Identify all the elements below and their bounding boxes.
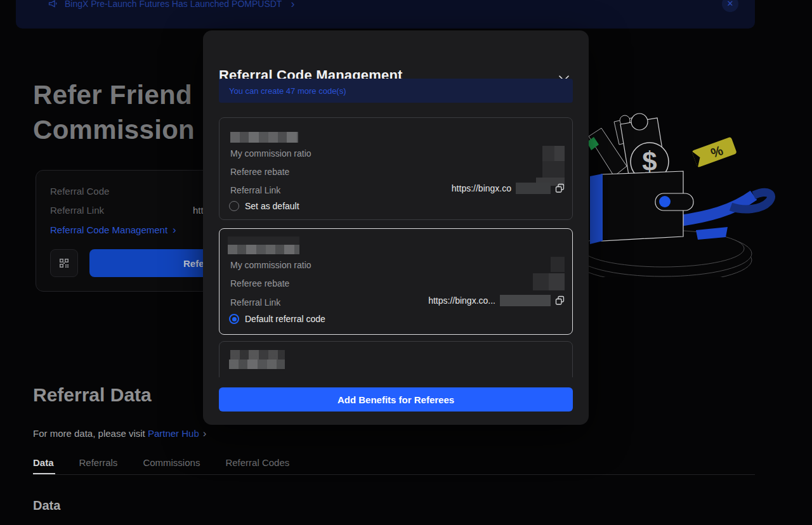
hero-line-2: Commission xyxy=(33,112,195,147)
referral-link-value: https://bingx.co... xyxy=(428,295,495,306)
tab-commissions[interactable]: Commissions xyxy=(143,457,200,479)
referral-link-value: htt xyxy=(193,205,204,216)
referral-code-card-3 xyxy=(219,341,573,377)
hero-line-1: Refer Friend xyxy=(33,77,195,112)
referral-data-subtitle: For more data, please visit Partner Hub› xyxy=(33,427,206,440)
wallet-side-blue xyxy=(590,174,603,244)
banner-close-icon[interactable]: ✕ xyxy=(722,0,738,12)
masked-referral-code xyxy=(229,360,285,369)
data-section-title: Data xyxy=(33,498,60,513)
referral-link-label: Referral Link xyxy=(230,297,280,308)
page: BingX Pre-Launch Futures Has Launched PO… xyxy=(0,0,812,525)
referral-link-label: Referral Link xyxy=(50,205,104,216)
tab-referral-codes[interactable]: Referral Codes xyxy=(225,457,289,479)
wallet-button xyxy=(659,196,671,207)
masked-commission-value xyxy=(542,146,565,161)
referral-link-label: Referral Link xyxy=(230,185,280,195)
referral-code-management-link[interactable]: Referral Code Management› xyxy=(50,224,176,237)
rewards-illustration: $ % xyxy=(574,103,783,277)
commission-ratio-label: My commission ratio xyxy=(230,148,311,159)
radio-unselected-icon[interactable] xyxy=(229,201,239,211)
masked-referral-code xyxy=(230,132,298,143)
masked-link-tail xyxy=(516,183,551,194)
masked-referral-code xyxy=(228,237,299,245)
referral-code-card-2: My commission ratio Referee rebate Refer… xyxy=(219,228,573,335)
chevron-right-icon: › xyxy=(203,427,207,439)
hero-heading: Refer Friend Commission xyxy=(33,77,195,147)
copy-icon[interactable] xyxy=(555,183,565,193)
announcement-banner: BingX Pre-Launch Futures Has Launched PO… xyxy=(16,0,755,29)
masked-rebate-value xyxy=(542,161,565,178)
referral-code-label: Referral Code xyxy=(50,186,109,197)
qr-code-button[interactable] xyxy=(50,249,78,277)
code-cards-scroll-area[interactable]: My commission ratio Referee rebate Refer… xyxy=(219,117,573,377)
referral-code-management-modal: Referral Code Management You can create … xyxy=(203,30,589,425)
referral-data-title: Referral Data xyxy=(33,384,152,406)
banner-arrow-icon[interactable]: › xyxy=(291,0,294,8)
masked-referral-code xyxy=(230,350,285,360)
referral-code-card-1: My commission ratio Referee rebate Refer… xyxy=(219,117,573,220)
partner-hub-link[interactable]: Partner Hub xyxy=(148,428,199,439)
dollar-sign: $ xyxy=(642,146,657,176)
qr-code-icon xyxy=(58,257,70,269)
referral-link-value: https://bingx.co xyxy=(452,183,511,193)
set-default-radio[interactable]: Set as default xyxy=(229,201,299,211)
masked-rebate-value xyxy=(533,273,565,290)
referral-data-tabs: Data Referrals Commissions Referral Code… xyxy=(33,457,289,479)
referee-rebate-label: Referee rebate xyxy=(230,167,289,177)
commission-ratio-label: My commission ratio xyxy=(230,260,311,270)
masked-link-tail xyxy=(500,295,551,306)
tabs-divider xyxy=(33,474,755,475)
referee-rebate-label: Referee rebate xyxy=(230,278,289,288)
copy-icon[interactable] xyxy=(555,295,565,306)
chevron-right-icon: › xyxy=(173,224,176,236)
megaphone-icon xyxy=(48,0,58,9)
radio-selected-icon[interactable] xyxy=(229,314,239,324)
tab-data[interactable]: Data xyxy=(33,457,54,479)
quota-notice: You can create 47 more code(s) xyxy=(219,79,573,103)
default-referral-radio[interactable]: Default referral code xyxy=(229,314,325,324)
add-benefits-button[interactable]: Add Benefits for Referees xyxy=(219,387,573,412)
banner-text[interactable]: BingX Pre-Launch Futures Has Launched PO… xyxy=(65,0,282,9)
masked-commission-value xyxy=(551,257,565,272)
masked-referral-code xyxy=(228,245,299,254)
tab-referrals[interactable]: Referrals xyxy=(79,457,118,479)
